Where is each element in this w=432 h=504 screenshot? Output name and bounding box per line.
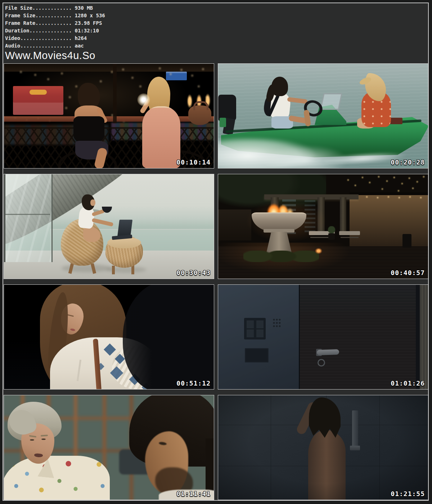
site-watermark: Www.Movies4u.So — [5, 50, 105, 61]
trash-bin — [402, 234, 411, 248]
base-shrubs — [243, 251, 319, 262]
dark-overlay — [218, 285, 428, 390]
timestamp-overlay: 00:40:57 — [391, 269, 425, 276]
floral-shirt — [4, 456, 110, 500]
info-row-video: Video.................h264 — [5, 35, 105, 42]
info-value: h264 — [75, 35, 87, 41]
info-value: aac — [75, 43, 84, 49]
info-dots: ................. — [20, 35, 72, 41]
timestamp-overlay: 00:51:12 — [176, 379, 211, 387]
info-row-duration: Duration..............01:32:10 — [5, 27, 105, 35]
info-label: File Size — [5, 5, 32, 11]
table-leg — [112, 266, 115, 274]
glass-wall-frame — [5, 214, 50, 215]
info-label: Frame Size — [5, 13, 35, 18]
foreground-silhouette — [123, 284, 214, 390]
info-value: 1280 x 536 — [75, 13, 105, 18]
info-value: 23.98 FPS — [75, 20, 102, 26]
thumbnail-balcony-laptop: 00:30:43 — [4, 174, 214, 279]
info-dots: .............. — [29, 28, 72, 33]
info-value: 01:32:10 — [75, 28, 99, 33]
thumbnail-green-motorboat: 00:20:28 — [218, 63, 428, 168]
thumbnail-dark-door: 01:01:26 — [218, 284, 428, 390]
small-flame-glint — [314, 248, 323, 254]
red-banner — [13, 86, 63, 115]
info-label: Audio — [5, 43, 20, 49]
roof-beam — [4, 64, 214, 72]
timestamp-overlay: 00:30:43 — [176, 269, 211, 276]
info-label: Frame Rate — [5, 20, 35, 26]
timestamp-overlay: 00:20:28 — [391, 158, 425, 166]
info-row-frame-size: Frame Size............1280 x 536 — [5, 12, 105, 19]
blue-sign — [166, 72, 187, 80]
info-label: Duration — [5, 28, 29, 33]
motor-bracket — [220, 118, 226, 127]
glass-wall — [4, 174, 53, 262]
dark-vignette — [218, 395, 428, 500]
thumbnail-night-market: 00:10:14 — [4, 63, 214, 168]
phone-flash — [136, 93, 151, 107]
screenshot-grid: 00:10:14 — [4, 63, 428, 500]
laptop-screen — [117, 220, 132, 237]
preview-sheet-panel: File Size.............930 MB Frame Size.… — [3, 3, 429, 501]
woman2-peach-dress — [142, 106, 180, 168]
table-leg — [131, 266, 134, 274]
light-pole — [113, 64, 117, 123]
thumbnail-two-men: 01:11:41 — [4, 395, 214, 500]
timestamp-overlay: 01:11:41 — [176, 490, 211, 498]
woman1-black-top — [73, 116, 104, 143]
thumbnail-fire-fountain: 00:40:57 — [218, 174, 428, 279]
info-dots: ................. — [20, 43, 72, 49]
outboard-motor — [218, 95, 236, 121]
string-lights — [4, 64, 5, 64]
fairy-lights — [218, 174, 219, 175]
timestamp-overlay: 01:01:26 — [391, 379, 425, 387]
info-row-file-size: File Size.............930 MB — [5, 4, 105, 12]
info-row-frame-rate: Frame Rate............23.98 FPS — [5, 19, 105, 27]
thumbnail-shower: 01:21:55 — [218, 395, 428, 500]
timestamp-overlay: 01:21:55 — [391, 490, 425, 498]
media-info-block: File Size.............930 MB Frame Size.… — [5, 4, 105, 61]
bar-counter — [4, 116, 214, 122]
timestamp-overlay: 00:10:14 — [176, 158, 211, 166]
info-value: 930 MB — [75, 5, 93, 11]
thumbnail-woman-blouse: 00:51:12 — [4, 284, 214, 390]
eye — [30, 439, 34, 441]
info-dots: ............ — [35, 20, 72, 26]
info-dots: ............. — [32, 5, 72, 11]
info-dots: ............ — [35, 13, 72, 18]
boat-windshield — [320, 93, 342, 110]
woman-face — [90, 199, 95, 206]
eye — [41, 438, 46, 440]
info-label: Video — [5, 35, 20, 41]
leather-bag — [188, 105, 211, 125]
info-row-audio: Audio.................aac — [5, 42, 105, 50]
